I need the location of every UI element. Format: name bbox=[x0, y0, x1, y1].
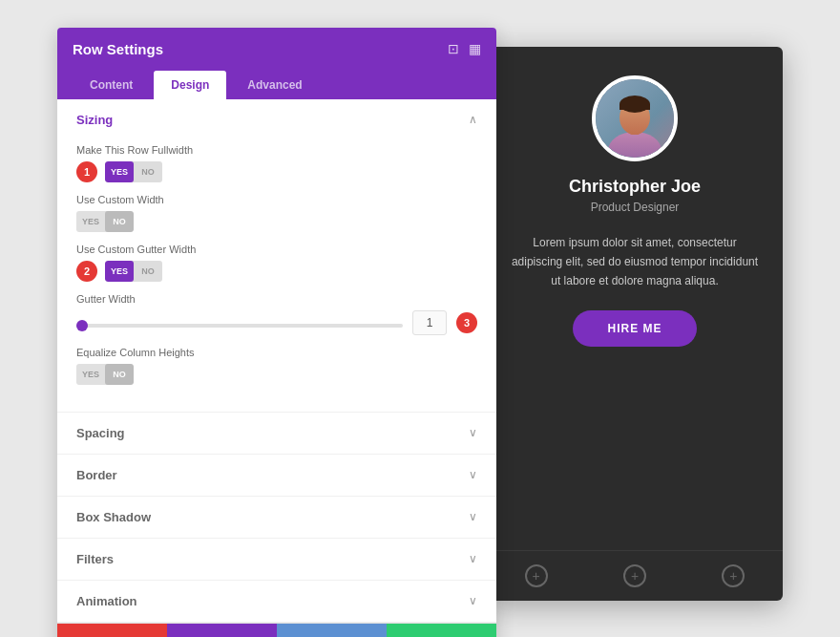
section-header-border[interactable]: Border ∨ bbox=[57, 455, 496, 496]
tab-content[interactable]: Content bbox=[73, 71, 150, 99]
section-chevron-box shadow: ∨ bbox=[469, 510, 477, 523]
section-box-shadow: Box Shadow ∨ bbox=[57, 497, 496, 539]
header-icons: ⊡ ▦ bbox=[448, 41, 481, 56]
custom-width-yes[interactable]: YES bbox=[76, 211, 105, 232]
columns-icon[interactable]: ▦ bbox=[469, 41, 481, 56]
badge-1: 1 bbox=[76, 161, 97, 182]
custom-gutter-toggle-row: 2 YES NO bbox=[76, 261, 477, 282]
section-border: Border ∨ bbox=[57, 455, 496, 497]
save-button[interactable]: ✓ bbox=[387, 624, 496, 638]
section-label-spacing: Spacing bbox=[76, 426, 125, 440]
cancel-button[interactable]: ✕ bbox=[57, 624, 167, 638]
equalize-toggle[interactable]: YES NO bbox=[76, 364, 134, 385]
gutter-slider-row: 1 3 bbox=[76, 310, 477, 335]
custom-gutter-field: Use Custom Gutter Width 2 YES NO bbox=[76, 244, 477, 282]
fullwidth-yes[interactable]: YES bbox=[105, 161, 134, 182]
panel-body: Sizing ∧ Make This Row Fullwidth 1 YES N… bbox=[57, 99, 496, 623]
equalize-field: Equalize Column Heights YES NO bbox=[76, 347, 477, 385]
section-chevron-filters: ∨ bbox=[469, 552, 477, 565]
panel-tabs: Content Design Advanced bbox=[57, 71, 496, 99]
redo-button[interactable]: ↻ bbox=[277, 624, 387, 638]
section-chevron-border: ∨ bbox=[469, 468, 477, 481]
profile-name: Christopher Joe bbox=[569, 177, 701, 197]
gutter-slider[interactable] bbox=[76, 324, 403, 328]
fullwidth-toggle[interactable]: YES NO bbox=[105, 161, 162, 182]
equalize-yes[interactable]: YES bbox=[76, 364, 105, 385]
panel-footer: ✕ ↺ ↻ ✓ bbox=[57, 623, 496, 638]
sizing-chevron: ∧ bbox=[469, 113, 477, 126]
collapsed-sections: Spacing ∨ Border ∨ Box Shadow ∨ Filters … bbox=[57, 413, 496, 623]
fullwidth-field: Make This Row Fullwidth 1 YES NO bbox=[76, 144, 477, 182]
section-spacing: Spacing ∨ bbox=[57, 413, 496, 455]
section-label-filters: Filters bbox=[76, 552, 114, 566]
gutter-slider-track bbox=[76, 314, 403, 331]
custom-width-label: Use Custom Width bbox=[76, 194, 477, 205]
sizing-section-header[interactable]: Sizing ∧ bbox=[57, 99, 496, 140]
section-header-box shadow[interactable]: Box Shadow ∨ bbox=[57, 497, 496, 538]
section-label-box shadow: Box Shadow bbox=[76, 510, 151, 524]
section-label-animation: Animation bbox=[76, 594, 137, 608]
badge-2: 2 bbox=[76, 261, 97, 282]
row-settings-panel: Row Settings ⊡ ▦ Content Design Advanced… bbox=[57, 28, 496, 638]
undo-button[interactable]: ↺ bbox=[167, 624, 277, 638]
section-chevron-spacing: ∨ bbox=[469, 426, 477, 439]
tab-advanced[interactable]: Advanced bbox=[230, 71, 319, 99]
sizing-label: Sizing bbox=[76, 113, 113, 127]
profile-panel: Christopher Joe Product Designer Lorem i… bbox=[487, 47, 783, 601]
gutter-value: 1 bbox=[412, 310, 447, 335]
gutter-width-label: Gutter Width bbox=[76, 293, 477, 305]
section-filters: Filters ∨ bbox=[57, 539, 496, 581]
badge-3: 3 bbox=[456, 312, 477, 333]
custom-width-no[interactable]: NO bbox=[105, 211, 134, 232]
add-column-3[interactable]: + bbox=[722, 564, 745, 587]
custom-width-toggle-row: YES NO bbox=[76, 211, 477, 232]
panel-title: Row Settings bbox=[73, 41, 163, 57]
fullwidth-label: Make This Row Fullwidth bbox=[76, 144, 477, 156]
custom-width-toggle[interactable]: YES NO bbox=[76, 211, 134, 232]
equalize-no[interactable]: NO bbox=[105, 364, 134, 385]
section-header-spacing[interactable]: Spacing ∨ bbox=[57, 413, 496, 454]
custom-gutter-label: Use Custom Gutter Width bbox=[76, 244, 477, 255]
equalize-toggle-row: YES NO bbox=[76, 364, 477, 385]
avatar-image bbox=[596, 79, 674, 158]
section-label-border: Border bbox=[76, 468, 117, 482]
section-animation: Animation ∨ bbox=[57, 581, 496, 623]
equalize-label: Equalize Column Heights bbox=[76, 347, 477, 358]
fullwidth-toggle-row: 1 YES NO bbox=[76, 161, 477, 182]
custom-gutter-no[interactable]: NO bbox=[134, 261, 162, 282]
fullscreen-icon[interactable]: ⊡ bbox=[448, 41, 459, 56]
custom-width-field: Use Custom Width YES NO bbox=[76, 194, 477, 232]
sizing-section: Sizing ∧ Make This Row Fullwidth 1 YES N… bbox=[57, 99, 496, 413]
custom-gutter-yes[interactable]: YES bbox=[105, 261, 134, 282]
profile-bio: Lorem ipsum dolor sit amet, consectetur … bbox=[510, 233, 760, 291]
avatar bbox=[592, 75, 678, 161]
profile-footer: + + + bbox=[487, 550, 783, 601]
section-header-filters[interactable]: Filters ∨ bbox=[57, 539, 496, 580]
add-column-1[interactable]: + bbox=[525, 564, 548, 587]
custom-gutter-toggle[interactable]: YES NO bbox=[105, 261, 162, 282]
profile-role: Product Designer bbox=[591, 201, 680, 214]
hire-button[interactable]: HIRE ME bbox=[573, 310, 696, 347]
sizing-section-body: Make This Row Fullwidth 1 YES NO Use Cus… bbox=[57, 140, 496, 412]
add-column-2[interactable]: + bbox=[623, 564, 646, 587]
fullwidth-no[interactable]: NO bbox=[134, 161, 162, 182]
panel-header: Row Settings ⊡ ▦ bbox=[57, 28, 496, 71]
tab-design[interactable]: Design bbox=[154, 71, 226, 99]
gutter-width-field: Gutter Width 1 3 bbox=[76, 293, 477, 335]
section-header-animation[interactable]: Animation ∨ bbox=[57, 581, 496, 622]
svg-rect-7 bbox=[620, 104, 650, 110]
section-chevron-animation: ∨ bbox=[469, 594, 477, 607]
